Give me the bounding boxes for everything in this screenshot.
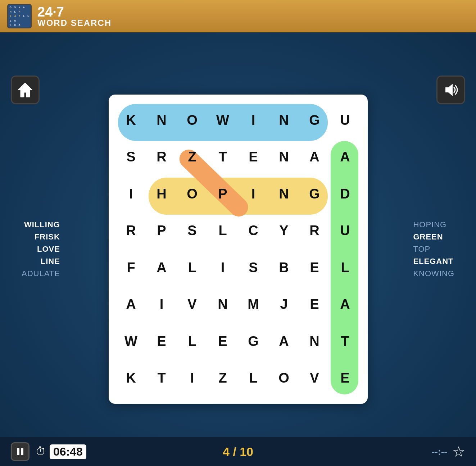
cell-r3-c1[interactable]: P	[146, 213, 177, 250]
cell-r1-c1[interactable]: R	[146, 139, 177, 176]
cell-r5-c3[interactable]: N	[208, 286, 238, 323]
cell-r4-c4[interactable]: S	[238, 249, 269, 286]
left-word-list: WILLING FRISK LOVE LINE ADULATE	[22, 220, 60, 278]
cell-r2-c6[interactable]: G	[299, 175, 330, 213]
svg-marker-1	[445, 84, 453, 96]
cell-r0-c2[interactable]: O	[177, 102, 208, 139]
cell-r2-c5[interactable]: N	[269, 175, 299, 213]
cell-r2-c1[interactable]: H	[146, 175, 177, 213]
word-knowing: KNOWING	[413, 269, 454, 278]
cell-r7-c7[interactable]: E	[330, 360, 361, 397]
svg-rect-3	[21, 448, 23, 455]
cell-r4-c3[interactable]: I	[208, 249, 238, 286]
cell-r3-c6[interactable]: R	[299, 213, 330, 250]
home-button[interactable]	[11, 76, 40, 104]
bottom-bar: ⏱ 06:48 4 / 10 --:-- ☆	[0, 437, 476, 466]
cell-r4-c1[interactable]: A	[146, 249, 177, 286]
cell-r3-c4[interactable]: C	[238, 213, 269, 250]
cell-r0-c4[interactable]: I	[238, 102, 269, 139]
svg-marker-0	[18, 83, 32, 97]
header: GOXA NLR 247LU ER SDA 24·7 WORD SEARCH	[0, 0, 476, 32]
cell-r0-c0[interactable]: K	[116, 102, 146, 139]
cell-r2-c4[interactable]: I	[238, 175, 269, 213]
cell-r6-c7[interactable]: T	[330, 323, 361, 360]
score-area: --:-- ☆	[432, 443, 465, 460]
progress-display: 4 / 10	[223, 445, 253, 459]
cell-r6-c2[interactable]: L	[177, 323, 208, 360]
cell-r5-c2[interactable]: V	[177, 286, 208, 323]
cell-r4-c5[interactable]: B	[269, 249, 299, 286]
cell-r6-c5[interactable]: A	[269, 323, 299, 360]
word-love: LOVE	[37, 245, 60, 254]
cell-r5-c1[interactable]: I	[146, 286, 177, 323]
timer-display: 06:48	[50, 444, 86, 459]
star-button[interactable]: ☆	[452, 443, 465, 460]
sound-button[interactable]	[436, 76, 465, 104]
cell-r5-c5[interactable]: J	[269, 286, 299, 323]
cell-r7-c5[interactable]: O	[269, 360, 299, 397]
cell-r7-c2[interactable]: I	[177, 360, 208, 397]
cell-r2-c0[interactable]: I	[116, 175, 146, 213]
right-word-list: HOPING GREEN TOP ELEGANT KNOWING	[413, 220, 454, 278]
cell-r2-c7[interactable]: D	[330, 175, 361, 213]
cell-r6-c0[interactable]: W	[116, 323, 146, 360]
cell-r0-c6[interactable]: G	[299, 102, 330, 139]
cell-r7-c4[interactable]: L	[238, 360, 269, 397]
cell-r6-c4[interactable]: G	[238, 323, 269, 360]
cell-r3-c3[interactable]: L	[208, 213, 238, 250]
home-icon	[16, 81, 34, 99]
sound-icon	[442, 81, 460, 99]
word-willing: WILLING	[24, 220, 60, 229]
app-title: 24·7 WORD SEARCH	[37, 5, 112, 27]
pause-button[interactable]	[11, 442, 30, 461]
cell-r1-c3[interactable]: T	[208, 139, 238, 176]
header-subtitle: WORD SEARCH	[37, 19, 112, 27]
main-area: WILLING FRISK LOVE LINE ADULATE HOPING G…	[0, 32, 476, 466]
cell-r7-c1[interactable]: T	[146, 360, 177, 397]
cell-r0-c1[interactable]: N	[146, 102, 177, 139]
cell-r1-c4[interactable]: E	[238, 139, 269, 176]
cell-r3-c5[interactable]: Y	[269, 213, 299, 250]
cell-r5-c7[interactable]: A	[330, 286, 361, 323]
cell-r0-c3[interactable]: W	[208, 102, 238, 139]
cell-r4-c6[interactable]: E	[299, 249, 330, 286]
cell-r2-c3[interactable]: P	[208, 175, 238, 213]
cell-r5-c6[interactable]: E	[299, 286, 330, 323]
cell-r1-c0[interactable]: S	[116, 139, 146, 176]
pause-icon	[15, 447, 25, 457]
cell-r5-c0[interactable]: A	[116, 286, 146, 323]
logo-icon: GOXA NLR 247LU ER SDA	[7, 4, 32, 28]
svg-rect-2	[17, 448, 19, 455]
cell-r6-c3[interactable]: E	[208, 323, 238, 360]
cell-r7-c0[interactable]: K	[116, 360, 146, 397]
cell-r1-c6[interactable]: A	[299, 139, 330, 176]
cell-r5-c4[interactable]: M	[238, 286, 269, 323]
cell-r6-c6[interactable]: N	[299, 323, 330, 360]
word-elegant: ELEGANT	[413, 257, 453, 266]
cell-r7-c6[interactable]: V	[299, 360, 330, 397]
word-top: TOP	[413, 245, 430, 254]
cell-r4-c7[interactable]: L	[330, 249, 361, 286]
score-display: --:--	[432, 446, 447, 457]
letter-grid: KNOWINGUSRZTENAAIHOPINGDRPSLCYRUFALISBEL…	[116, 102, 361, 397]
cell-r2-c2[interactable]: O	[177, 175, 208, 213]
cell-r1-c2[interactable]: Z	[177, 139, 208, 176]
cell-r3-c0[interactable]: R	[116, 213, 146, 250]
game-board: KNOWINGUSRZTENAAIHOPINGDRPSLCYRUFALISBEL…	[109, 95, 368, 404]
cell-r3-c2[interactable]: S	[177, 213, 208, 250]
header-number: 24·7	[37, 5, 112, 19]
cell-r4-c2[interactable]: L	[177, 249, 208, 286]
word-line: LINE	[41, 257, 60, 266]
cell-r7-c3[interactable]: Z	[208, 360, 238, 397]
word-adulate: ADULATE	[22, 269, 60, 278]
timer-icon: ⏱	[35, 446, 46, 458]
cell-r4-c0[interactable]: F	[116, 249, 146, 286]
cell-r0-c7[interactable]: U	[330, 102, 361, 139]
cell-r1-c5[interactable]: N	[269, 139, 299, 176]
cell-r1-c7[interactable]: A	[330, 139, 361, 176]
cell-r3-c7[interactable]: U	[330, 213, 361, 250]
word-hoping: HOPING	[413, 220, 446, 229]
word-frisk: FRISK	[35, 232, 60, 242]
cell-r6-c1[interactable]: E	[146, 323, 177, 360]
cell-r0-c5[interactable]: N	[269, 102, 299, 139]
